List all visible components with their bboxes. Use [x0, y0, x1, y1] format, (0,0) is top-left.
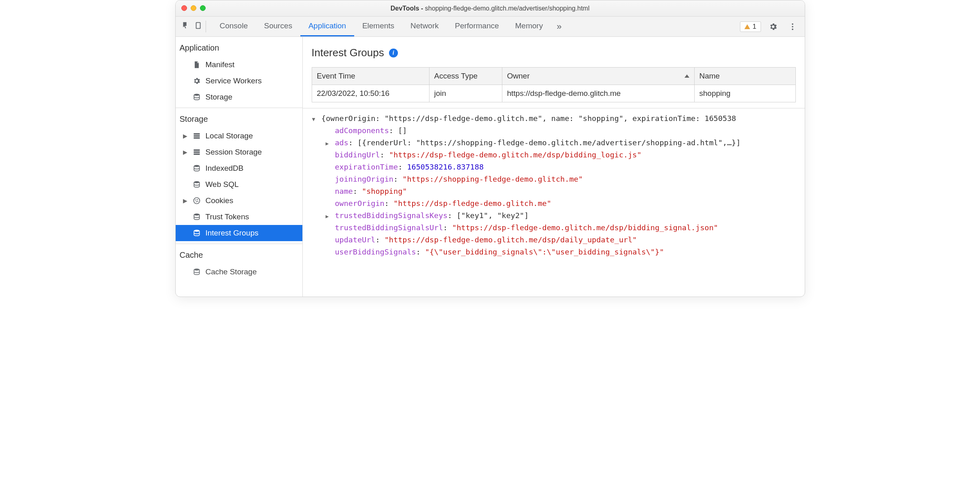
- devtools-window: DevTools - shopping-fledge-demo.glitch.m…: [175, 0, 805, 297]
- sidebar-item-web-sql[interactable]: Web SQL: [176, 176, 302, 193]
- maximize-window-button[interactable]: [200, 5, 206, 11]
- gear-icon: [193, 77, 201, 85]
- sort-asc-icon: [685, 74, 689, 78]
- svg-point-2: [792, 28, 793, 30]
- table-icon: [193, 132, 201, 140]
- sidebar-item-label: Service Workers: [206, 76, 262, 85]
- tab-performance[interactable]: Performance: [447, 17, 507, 36]
- sidebar-item-label: Trust Tokens: [206, 212, 249, 221]
- svg-point-4: [194, 165, 199, 167]
- warning-count-badge[interactable]: 1: [740, 21, 761, 32]
- database-icon: [193, 213, 201, 221]
- sidebar-item-label: Manifest: [206, 60, 235, 69]
- titlebar: DevTools - shopping-fledge-demo.glitch.m…: [176, 0, 805, 17]
- col-owner[interactable]: Owner: [502, 68, 694, 85]
- col-event-time[interactable]: Event Time: [312, 68, 429, 85]
- device-toolbar-icon[interactable]: [194, 21, 203, 32]
- sidebar-item-label: Session Storage: [206, 148, 262, 157]
- sidebar-item-label: IndexedDB: [206, 164, 244, 173]
- json-viewer[interactable]: ▼ {ownerOrigin: "https://dsp-fledge-demo…: [303, 108, 805, 297]
- sidebar-item-cookies[interactable]: ▶ Cookies: [176, 193, 302, 209]
- main-panel: Interest Groups i Event Time Access Type…: [303, 37, 805, 297]
- database-icon: [193, 180, 201, 189]
- kebab-icon: [788, 22, 797, 31]
- sidebar-item-local-storage[interactable]: ▶ Local Storage: [176, 128, 302, 144]
- sidebar: Application Manifest Service Workers Sto…: [176, 37, 303, 297]
- sidebar-item-trust-tokens[interactable]: Trust Tokens: [176, 209, 302, 225]
- svg-point-9: [196, 201, 197, 202]
- gear-icon: [769, 22, 778, 31]
- col-access-type[interactable]: Access Type: [429, 68, 502, 85]
- sidebar-section-storage: Storage: [176, 108, 302, 128]
- title-prefix: DevTools -: [391, 5, 425, 12]
- svg-point-6: [193, 198, 200, 204]
- table-icon: [193, 148, 201, 156]
- sidebar-item-storage[interactable]: Storage: [176, 89, 302, 105]
- database-icon: [193, 229, 201, 237]
- minimize-window-button[interactable]: [191, 5, 196, 11]
- col-name[interactable]: Name: [694, 68, 795, 85]
- info-icon[interactable]: i: [389, 49, 398, 57]
- database-icon: [193, 268, 201, 276]
- sidebar-item-interest-groups[interactable]: Interest Groups: [176, 225, 302, 241]
- sidebar-item-label: Cache Storage: [206, 267, 257, 276]
- svg-point-11: [194, 214, 199, 216]
- cookie-icon: [193, 197, 201, 205]
- tabs: Console Sources Application Elements Net…: [212, 17, 739, 36]
- interest-groups-table: Event Time Access Type Owner Name 22/03/…: [312, 67, 796, 102]
- expand-arrow-icon: ▶: [183, 133, 187, 139]
- database-icon: [193, 164, 201, 172]
- tab-memory[interactable]: Memory: [507, 17, 551, 36]
- expand-arrow-icon: ▶: [183, 149, 187, 155]
- tab-console[interactable]: Console: [212, 17, 256, 36]
- close-window-button[interactable]: [181, 5, 187, 11]
- panel-title-row: Interest Groups i: [303, 37, 805, 67]
- tabbar: Console Sources Application Elements Net…: [176, 17, 805, 37]
- svg-point-0: [792, 23, 793, 25]
- title-url: shopping-fledge-demo.glitch.me/advertise…: [425, 5, 589, 12]
- tab-application[interactable]: Application: [300, 17, 354, 36]
- cell-owner: https://dsp-fledge-demo.glitch.me: [502, 85, 694, 102]
- sidebar-item-label: Local Storage: [206, 131, 253, 140]
- cell-event-time: 22/03/2022, 10:50:16: [312, 85, 429, 102]
- tab-elements[interactable]: Elements: [354, 17, 402, 36]
- expand-arrow-icon[interactable]: ▶: [324, 212, 330, 221]
- sidebar-item-session-storage[interactable]: ▶ Session Storage: [176, 144, 302, 160]
- svg-point-8: [197, 199, 198, 200]
- sidebar-section-cache: Cache: [176, 244, 302, 264]
- svg-point-10: [197, 201, 198, 202]
- expand-arrow-icon[interactable]: ▶: [324, 139, 330, 148]
- cell-name: shopping: [694, 85, 795, 102]
- content: Application Manifest Service Workers Sto…: [176, 37, 805, 297]
- sidebar-item-label: Cookies: [206, 196, 234, 205]
- svg-point-7: [195, 199, 196, 201]
- collapse-arrow-icon[interactable]: ▼: [310, 115, 317, 123]
- svg-point-12: [194, 230, 199, 232]
- database-icon: [193, 93, 201, 101]
- traffic-lights: [181, 5, 206, 11]
- sidebar-item-manifest[interactable]: Manifest: [176, 57, 302, 73]
- sidebar-item-indexeddb[interactable]: IndexedDB: [176, 160, 302, 176]
- tab-sources[interactable]: Sources: [256, 17, 300, 36]
- svg-point-3: [194, 94, 199, 96]
- file-icon: [193, 61, 201, 69]
- sidebar-item-service-workers[interactable]: Service Workers: [176, 73, 302, 89]
- settings-button[interactable]: [766, 19, 780, 34]
- expand-arrow-icon: ▶: [183, 197, 187, 204]
- svg-point-1: [792, 26, 793, 28]
- svg-point-13: [194, 269, 199, 271]
- tabs-overflow-button[interactable]: »: [551, 21, 567, 32]
- panel-title: Interest Groups: [312, 47, 384, 59]
- sidebar-item-cache-storage[interactable]: Cache Storage: [176, 264, 302, 280]
- cell-access-type: join: [429, 85, 502, 102]
- more-menu-button[interactable]: [785, 19, 800, 34]
- sidebar-section-application: Application: [176, 37, 302, 57]
- warning-count: 1: [753, 23, 756, 31]
- table-row[interactable]: 22/03/2022, 10:50:16 join https://dsp-fl…: [312, 85, 795, 102]
- inspect-element-icon[interactable]: [181, 21, 189, 32]
- svg-point-5: [194, 181, 199, 183]
- window-title: DevTools - shopping-fledge-demo.glitch.m…: [391, 5, 590, 12]
- sidebar-item-label: Storage: [206, 93, 233, 102]
- sidebar-item-label: Interest Groups: [206, 229, 259, 238]
- tab-network[interactable]: Network: [402, 17, 447, 36]
